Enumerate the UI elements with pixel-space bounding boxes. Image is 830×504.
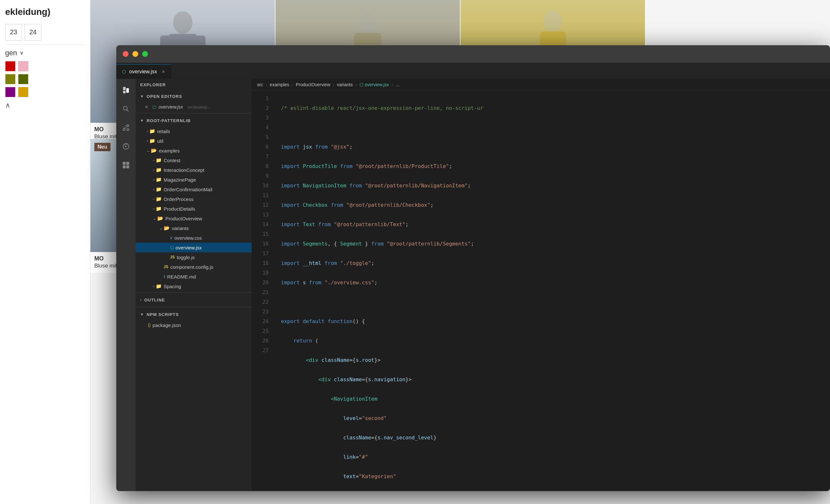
outline-header[interactable]: › OUTLINE (136, 294, 252, 306)
svg-marker-32 (125, 146, 127, 147)
color-swatch-yellow[interactable] (18, 87, 28, 97)
tab-close-button[interactable]: ✕ (161, 69, 165, 74)
explorer-header-label: EXPLORER (140, 83, 166, 87)
folder-arrow-icon: › (153, 158, 154, 162)
titlebar-close-button[interactable] (123, 51, 129, 57)
npm-scripts-header[interactable]: ▼ NPM SCRIPTS (136, 309, 252, 320)
folder-icon: 📁 (156, 186, 162, 192)
tree-magazine-page[interactable]: › 📁 MagazinePage (136, 175, 252, 185)
tree-label-interaction-concept: InteractionConcept (164, 167, 204, 173)
tree-variants[interactable]: ⌄ 📂 variants (136, 223, 252, 233)
activitybar-explorer-icon[interactable] (118, 82, 134, 98)
color-swatch-pink[interactable] (18, 61, 28, 71)
breadcrumb-ellipsis[interactable]: ... (395, 82, 400, 87)
color-swatch-dark-green[interactable] (18, 74, 28, 84)
breadcrumb-examples[interactable]: examples (270, 82, 289, 87)
breadcrumb-product-overview[interactable]: ProductOverview (296, 82, 330, 87)
tree-label-toggle-js: toggle.js (177, 255, 195, 260)
folder-icon: 📁 (156, 196, 162, 202)
breadcrumb-jsx-icon[interactable]: ⬡ overview.jsx (359, 82, 389, 87)
activitybar-search-icon[interactable] (118, 101, 134, 117)
vscode-editor-area: src › examples › ProductOverview › varia… (252, 79, 830, 491)
folder-icon: 📁 (156, 206, 162, 212)
folder-open-icon: 📂 (151, 148, 157, 154)
tree-label-overview-css: overview.css (174, 235, 202, 241)
open-editors-header[interactable]: ▼ OPEN EDITORS (136, 91, 252, 102)
tree-product-overview[interactable]: ⌄ 📂 ProductOverview (136, 214, 252, 223)
activitybar-extensions-icon[interactable] (118, 157, 134, 173)
tree-contest[interactable]: › 📁 Contest (136, 155, 252, 165)
folder-icon: 📁 (156, 283, 162, 289)
folder-open-arrow-icon: ⌄ (153, 217, 156, 221)
breadcrumb-sep-5: › (391, 82, 393, 87)
close-editor-icon[interactable]: ✕ (145, 104, 149, 109)
indent-spacer (166, 245, 170, 250)
size-box-24[interactable]: 24 (25, 24, 41, 41)
titlebar-minimize-button[interactable] (132, 51, 138, 57)
section-collapse-icon[interactable]: ∧ (5, 101, 85, 109)
activitybar-debug-icon[interactable] (118, 138, 134, 154)
svg-rect-33 (123, 162, 126, 165)
tree-readme-md[interactable]: ℹ README.md (136, 272, 252, 281)
tree-label-component-config-js: component.config.js (170, 264, 213, 270)
folder-arrow-icon: › (153, 207, 154, 211)
tree-order-confirmation-mail[interactable]: › 📁 OrderConfirmationMail (136, 185, 252, 194)
tree-product-details[interactable]: › 📁 ProductDetails (136, 204, 252, 214)
root-patternlib-label: ROOT-PATTERNLIB (147, 118, 191, 123)
outline-label: OUTLINE (145, 297, 165, 303)
jsx-icon: ⬡ (153, 105, 156, 109)
css-file-icon: # (170, 235, 172, 240)
svg-rect-19 (126, 88, 129, 93)
tree-toggle-js[interactable]: JS toggle.js (136, 252, 252, 262)
breadcrumb-variants[interactable]: variants (337, 82, 353, 87)
vscode-sidebar-panel: EXPLORER ▼ OPEN EDITORS ✕ ⬡ overview.jsx… (136, 79, 252, 491)
tree-spacing[interactable]: › 📁 Spacing (136, 281, 252, 291)
root-patternlib-header[interactable]: ▼ ROOT-PATTERNLIB (136, 115, 252, 126)
breadcrumb-src[interactable]: src (257, 82, 263, 87)
color-swatch-olive[interactable] (5, 74, 15, 84)
tree-package-json[interactable]: {} package.json (136, 320, 252, 330)
line-numbers: 1 2 3 4 5 6 7 8 9 10 11 12 13 14 15 16 1 (252, 91, 275, 491)
outline-section: › OUTLINE (136, 294, 252, 306)
svg-point-23 (123, 129, 125, 130)
explorer-header[interactable]: EXPLORER (136, 79, 252, 91)
tab-overview-jsx[interactable]: ⬡ overview.jsx ✕ (116, 64, 171, 78)
tree-examples[interactable]: ⌄ 📂 examples (136, 146, 252, 155)
npm-scripts-section: ▼ NPM SCRIPTS {} package.json (136, 309, 252, 330)
activitybar-git-icon[interactable] (118, 120, 134, 136)
color-swatch-purple[interactable] (5, 87, 15, 97)
tree-label-order-process: OrderProcess (164, 196, 194, 202)
vscode-breadcrumb: src › examples › ProductOverview › varia… (252, 79, 830, 91)
tree-util[interactable]: › 📁 util (136, 136, 252, 146)
svg-point-0 (173, 11, 192, 34)
color-swatch-red[interactable] (5, 61, 15, 71)
indent-spacer (160, 274, 164, 280)
code-content[interactable]: /* eslint-disable react/jsx-one-expressi… (275, 91, 830, 491)
vscode-tabbar: ⬡ overview.jsx ✕ (116, 63, 830, 79)
tree-retails[interactable]: › 📁 retails (136, 126, 252, 136)
tree-interaction-concept[interactable]: › 📁 InteractionConcept (136, 165, 252, 175)
tree-component-config-js[interactable]: JS component.config.js (136, 262, 252, 272)
vscode-window: ⬡ overview.jsx ✕ (116, 45, 830, 491)
website-sidebar: ekleidung) 23 24 gen ∨ ∧ (0, 0, 90, 504)
tree-label-package-json: package.json (153, 322, 181, 328)
tree-label-util: util (157, 138, 163, 144)
open-editor-overview-jsx[interactable]: ✕ ⬡ overview.jsx src/examp... (136, 102, 252, 112)
tree-overview-css[interactable]: # overview.css (136, 233, 252, 243)
folder-icon: 📁 (149, 128, 155, 134)
folder-arrow-icon: › (153, 284, 154, 288)
divider-1 (136, 113, 252, 114)
size-box-23[interactable]: 23 (5, 24, 22, 41)
svg-point-10 (544, 11, 562, 31)
color-swatches (5, 61, 85, 97)
open-editor-label: overview.jsx (159, 104, 183, 109)
tree-overview-jsx[interactable]: ⬡ overview.jsx (136, 243, 252, 252)
folder-icon: 📁 (149, 138, 155, 144)
titlebar-maximize-button[interactable] (142, 51, 148, 57)
jsx-breadcrumb-icon: ⬡ (359, 82, 363, 87)
npm-scripts-label: NPM SCRIPTS (147, 312, 179, 317)
svg-line-22 (127, 110, 129, 112)
tree-order-process[interactable]: › 📁 OrderProcess (136, 194, 252, 204)
filter-label[interactable]: gen ∨ (5, 44, 85, 57)
open-editors-section: ▼ OPEN EDITORS ✕ ⬡ overview.jsx src/exam… (136, 91, 252, 112)
